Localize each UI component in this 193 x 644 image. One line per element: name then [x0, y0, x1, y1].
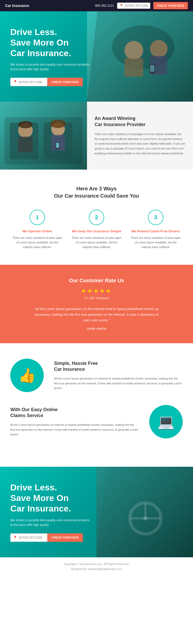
svg-rect-5 — [150, 56, 167, 75]
hero-zip-container: 📍 — [10, 78, 47, 86]
way-number-1: 1 — [30, 210, 45, 225]
footer-designer: Designed by: buyland@pagedesign.com — [10, 567, 183, 571]
svg-rect-7 — [150, 65, 154, 72]
testimonial-rating: 4.7 (387 Reviews) — [10, 296, 183, 300]
svg-point-1 — [112, 25, 174, 69]
navbar-zip-input[interactable] — [125, 4, 148, 7]
hero-cta-button[interactable]: CHECK YOUR RATE — [47, 78, 83, 86]
testimonial-stars: ★★★★★ — [10, 288, 183, 294]
svg-point-4 — [150, 40, 168, 57]
way-number-3: 3 — [148, 210, 163, 225]
award-text: An Award WinningCar Insurance Provider T… — [87, 102, 193, 170]
laptop-icon: 💻 — [157, 413, 175, 430]
way-item-1: 1 We Operate Online There are many varia… — [12, 210, 63, 249]
bottom-zip-input[interactable] — [19, 536, 45, 539]
svg-rect-19 — [56, 143, 59, 148]
hero-content: Drive Less.Save More OnCar Insurance. We… — [10, 27, 93, 86]
svg-rect-13 — [18, 137, 33, 152]
feature-row-2: 💻 With Our Easy OnlineClaims Service All… — [10, 405, 183, 438]
award-image — [0, 102, 87, 170]
way-number-2: 2 — [89, 210, 104, 225]
svg-rect-0 — [87, 11, 193, 102]
way-subtitle-2: We Keep Our Insurance Simple — [71, 229, 122, 233]
features-section: 👍 Simple, Hassle FreeCar Insurance All t… — [0, 343, 193, 467]
feature-row-1: 👍 Simple, Hassle FreeCar Insurance All t… — [10, 359, 183, 392]
feature-title-1: Simple, Hassle FreeCar Insurance — [54, 360, 183, 373]
phone-number: 800.362.2121 — [95, 4, 114, 7]
navbar-cta-button[interactable]: CHECK YOUR RATE — [153, 2, 188, 9]
svg-point-17 — [50, 120, 66, 128]
thumbs-up-icon: 👍 — [18, 367, 36, 384]
feature-icon-circle-1: 👍 — [10, 359, 44, 392]
svg-rect-6 — [149, 64, 155, 73]
testimonial-section: Our Customer Rate Us ★★★★★ 4.7 (387 Revi… — [0, 265, 193, 343]
svg-point-2 — [124, 41, 143, 60]
way-item-3: 3 We Reward Claim-Free Drivers There are… — [130, 210, 181, 249]
navbar-right: 800.362.2121 📍 CHECK YOUR RATE — [95, 2, 188, 9]
hero-car-image — [87, 11, 193, 102]
feature-desc-1: All the Lorem Ipsum generators on Intern… — [54, 376, 183, 391]
footer: Copyright © domainname.com. All Rights R… — [0, 557, 193, 575]
award-description: There are many variations of passages of… — [95, 132, 186, 156]
way-item-2: 2 We Keep Our Insurance Simple There are… — [71, 210, 122, 249]
hero-zip-input[interactable] — [19, 81, 45, 84]
ways-grid: 1 We Operate Online There are many varia… — [10, 210, 183, 249]
hero-pin-icon: 📍 — [13, 80, 17, 84]
way-subtitle-1: We Operate Online — [12, 229, 63, 233]
award-title: An Award WinningCar Insurance Provider — [95, 116, 186, 128]
brand-logo: Car Insurance — [5, 4, 29, 8]
bottom-hero-section: Drive Less.Save More OnCar Insurance. We… — [0, 467, 193, 557]
bottom-hero-form: 📍 CHECK YOUR RATE — [10, 533, 93, 542]
feature-content-1: Simple, Hassle FreeCar Insurance All the… — [54, 360, 183, 391]
svg-point-14 — [18, 121, 33, 128]
navbar-zip-container: 📍 — [117, 3, 150, 9]
ways-section: Here Are 3 WaysOur Car Insurance Could S… — [0, 170, 193, 265]
hero-subtitle: We strives to provide best-quality auto … — [10, 62, 93, 72]
hero-title: Drive Less.Save More OnCar Insurance. — [10, 27, 93, 58]
hero-section: Drive Less.Save More OnCar Insurance. We… — [0, 11, 193, 102]
pin-icon: 📍 — [119, 4, 123, 7]
way-desc-3: There are many variations of pass ages o… — [130, 236, 181, 249]
bottom-hero-subtitle: We strives to provide best-quality auto … — [10, 518, 93, 527]
way-desc-1: There are many variations of pass ages o… — [12, 236, 63, 249]
bottom-hero-title: Drive Less.Save More OnCar Insurance. — [10, 482, 93, 514]
hero-form: 📍 CHECK YOUR RATE — [10, 78, 93, 86]
footer-copyright: Copyright © domainname.com. All Rights R… — [10, 562, 183, 567]
bottom-pin-icon: 📍 — [13, 536, 17, 540]
bottom-hero-content: Drive Less.Save More OnCar Insurance. We… — [10, 482, 93, 542]
testimonial-author: JOHN SMITH — [10, 327, 183, 330]
feature-icon-circle-2: 💻 — [149, 405, 183, 438]
testimonial-title: Our Customer Rate Us — [10, 278, 183, 284]
way-desc-2: There are many variations of pass ages o… — [71, 236, 122, 249]
bottom-hero-zip-container: 📍 — [10, 533, 47, 542]
ways-title: Here Are 3 WaysOur Car Insurance Could S… — [10, 185, 183, 199]
way-subtitle-3: We Reward Claim-Free Drivers — [130, 229, 181, 233]
testimonial-quote: "All the Lorem Ipsum generators on the I… — [32, 306, 161, 323]
svg-rect-3 — [124, 58, 143, 77]
feature-content-2: With Our Easy OnlineClaims Service All t… — [10, 407, 139, 437]
award-section: An Award WinningCar Insurance Provider T… — [0, 102, 193, 170]
feature-title-2: With Our Easy OnlineClaims Service — [10, 407, 139, 419]
navbar: Car Insurance 800.362.2121 📍 CHECK YOUR … — [0, 0, 193, 11]
feature-desc-2: All the Lorem Ipsum generators on Intern… — [10, 422, 139, 437]
bottom-cta-button[interactable]: CHECK YOUR RATE — [47, 533, 83, 542]
